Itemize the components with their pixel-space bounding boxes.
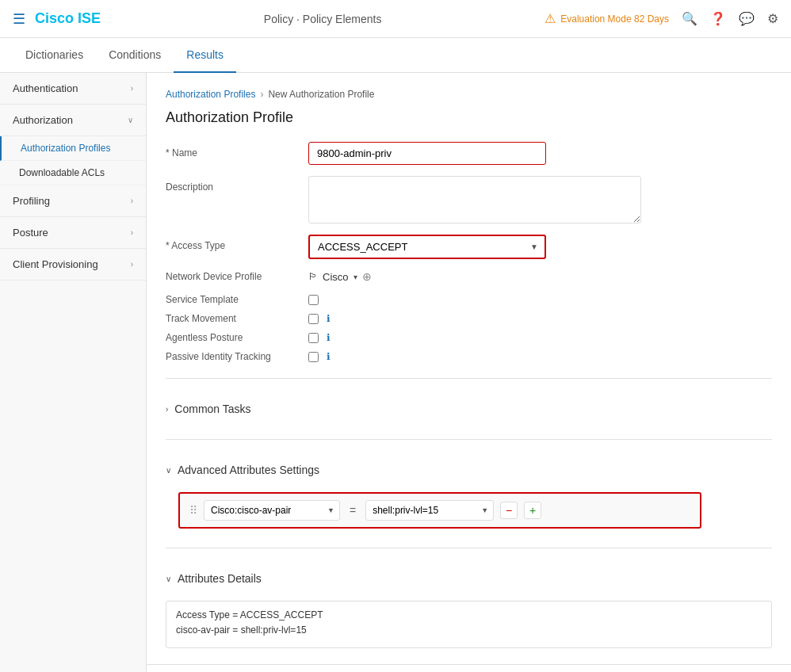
sidebar-item-client-provisioning[interactable]: Client Provisioning › xyxy=(0,249,146,281)
attr-add-button[interactable]: + xyxy=(524,502,541,519)
network-device-row: Network Device Profile 🏳 Cisco ▾ ⊕ xyxy=(166,270,772,283)
desc-label: Description xyxy=(166,176,308,193)
agentless-posture-label: Agentless Posture xyxy=(166,332,308,343)
breadcrumb-current: New Authorization Profile xyxy=(268,89,374,100)
service-template-row: Service Template xyxy=(166,294,772,305)
attr-details-line2: cisco-av-pair = shell:priv-lvl=15 xyxy=(176,623,762,638)
access-type-select[interactable]: ACCESS_ACCEPT ACCESS_REJECT xyxy=(310,236,545,258)
network-device-dropdown-icon[interactable]: ▾ xyxy=(353,273,357,281)
layout: Authentication › Authorization ∨ Authori… xyxy=(0,73,791,672)
search-icon[interactable]: 🔍 xyxy=(682,11,697,26)
top-nav-right: ⚠ Evaluation Mode 82 Days 🔍 ❓ 💬 ⚙ xyxy=(545,11,778,26)
attr-details-header[interactable]: ∨ Attributes Details xyxy=(166,564,772,593)
warning-icon: ⚠ xyxy=(545,11,556,26)
help-icon[interactable]: ❓ xyxy=(710,11,726,26)
agentless-posture-checkbox[interactable] xyxy=(308,333,319,343)
service-template-checkbox[interactable] xyxy=(308,295,319,305)
sidebar-sub-authorization-profiles[interactable]: Authorization Profiles xyxy=(0,136,146,161)
sidebar-item-posture[interactable]: Posture › xyxy=(0,217,146,249)
notifications-icon[interactable]: 💬 xyxy=(739,11,755,26)
access-type-row: * Access Type ACCESS_ACCEPT ACCESS_REJEC… xyxy=(166,235,772,259)
attr-key-wrap: Cisco:cisco-av-pair ▼ xyxy=(204,500,340,521)
attr-details-line1: Access Type = ACCESS_ACCEPT xyxy=(176,608,762,623)
tab-results[interactable]: Results xyxy=(174,38,236,73)
sidebar: Authentication › Authorization ∨ Authori… xyxy=(0,73,147,672)
cisco-flag-icon: 🏳 xyxy=(308,271,318,282)
access-type-label: * Access Type xyxy=(166,235,308,251)
tab-dictionaries[interactable]: Dictionaries xyxy=(13,38,96,73)
track-movement-checkbox[interactable] xyxy=(308,314,319,324)
nav-breadcrumb: Policy · Policy Elements xyxy=(264,13,382,25)
top-nav: ☰ Cisco ISE Policy · Policy Elements ⚠ E… xyxy=(0,0,791,38)
agentless-posture-row: Agentless Posture ℹ xyxy=(166,332,772,343)
sidebar-item-authentication[interactable]: Authentication › xyxy=(0,73,146,105)
network-device-label: Network Device Profile xyxy=(166,271,308,282)
tab-conditions[interactable]: Conditions xyxy=(96,38,174,73)
advanced-attrs-collapse-icon: ∨ xyxy=(166,466,171,475)
sidebar-item-authorization[interactable]: Authorization ∨ xyxy=(0,105,146,136)
network-device-value: 🏳 Cisco ▾ ⊕ xyxy=(308,270,372,283)
attribute-row: ⠿ Cisco:cisco-av-pair ▼ = shell:priv-lvl… xyxy=(178,492,701,529)
track-movement-label: Track Movement xyxy=(166,313,308,324)
attr-remove-button[interactable]: − xyxy=(500,502,518,519)
breadcrumb: Authorization Profiles › New Authorizati… xyxy=(166,89,772,100)
breadcrumb-separator: › xyxy=(260,89,263,100)
attr-details-collapse-icon: ∨ xyxy=(166,575,171,583)
name-input[interactable] xyxy=(308,142,546,165)
chevron-right-icon: › xyxy=(131,84,133,93)
common-tasks-header[interactable]: › Common Tasks xyxy=(166,395,772,423)
attr-key-select[interactable]: Cisco:cisco-av-pair xyxy=(204,501,339,520)
sidebar-item-profiling[interactable]: Profiling › xyxy=(0,185,146,217)
attr-value-select[interactable]: shell:priv-lvl=15 xyxy=(366,501,493,520)
footer-bar: Submit Cancel xyxy=(147,664,791,672)
top-nav-left: ☰ Cisco ISE xyxy=(13,10,101,28)
access-type-select-wrap: ACCESS_ACCEPT ACCESS_REJECT ▼ xyxy=(308,235,546,259)
drag-handle-icon[interactable]: ⠿ xyxy=(189,504,197,517)
advanced-attrs-header[interactable]: ∨ Advanced Attributes Settings xyxy=(166,456,772,484)
agentless-posture-info-icon[interactable]: ℹ xyxy=(327,332,331,343)
passive-identity-label: Passive Identity Tracking xyxy=(166,351,308,362)
name-row: * Name xyxy=(166,142,772,165)
service-template-label: Service Template xyxy=(166,294,308,305)
chevron-down-icon: ∨ xyxy=(128,116,133,124)
breadcrumb-link[interactable]: Authorization Profiles xyxy=(166,89,255,100)
advanced-attrs-content: ⠿ Cisco:cisco-av-pair ▼ = shell:priv-lvl… xyxy=(166,492,772,529)
sidebar-sub-downloadable-acls[interactable]: Downloadable ACLs xyxy=(0,161,146,185)
network-device-add-icon[interactable]: ⊕ xyxy=(362,270,372,283)
chevron-right-icon-client-provisioning: › xyxy=(131,260,133,269)
attr-value-wrap: shell:priv-lvl=15 ▼ xyxy=(365,500,494,521)
chevron-right-icon-posture: › xyxy=(131,228,133,237)
name-label: * Name xyxy=(166,142,308,158)
brand: Cisco ISE xyxy=(35,10,101,27)
equals-sign: = xyxy=(346,504,359,517)
menu-icon[interactable]: ☰ xyxy=(13,10,25,28)
track-movement-row: Track Movement ℹ xyxy=(166,313,772,324)
desc-input[interactable] xyxy=(308,176,641,223)
passive-identity-checkbox[interactable] xyxy=(308,352,319,362)
passive-identity-row: Passive Identity Tracking ℹ xyxy=(166,351,772,362)
track-movement-info-icon[interactable]: ℹ xyxy=(327,313,331,324)
eval-badge: ⚠ Evaluation Mode 82 Days xyxy=(545,11,669,26)
attr-details-box: Access Type = ACCESS_ACCEPT cisco-av-pai… xyxy=(166,601,772,648)
main-content: Authorization Profiles › New Authorizati… xyxy=(147,73,791,664)
passive-identity-info-icon[interactable]: ℹ xyxy=(327,351,331,362)
tab-bar: Dictionaries Conditions Results xyxy=(0,38,791,73)
page-title: Authorization Profile xyxy=(166,109,772,126)
settings-icon[interactable]: ⚙ xyxy=(767,11,778,26)
common-tasks-expand-icon: › xyxy=(166,405,168,414)
desc-row: Description xyxy=(166,176,772,223)
chevron-right-icon-profiling: › xyxy=(131,197,133,205)
